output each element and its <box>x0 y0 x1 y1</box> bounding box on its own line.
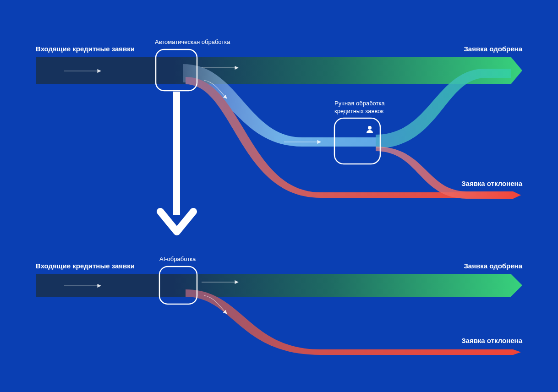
auto-label: Автоматическая обработка <box>155 38 230 45</box>
rejected-label-bottom: Заявка отклонена <box>461 337 523 344</box>
rejected-label-top: Заявка отклонена <box>461 180 523 187</box>
person-icon <box>367 126 373 133</box>
bottom-flow: Входящие кредитные заявки AI-обработка З… <box>36 256 523 355</box>
incoming-label-top: Входящие кредитные заявки <box>36 45 135 53</box>
approved-label-top: Заявка одобрена <box>464 45 522 53</box>
approved-label-bottom: Заявка одобрена <box>464 262 522 270</box>
svg-point-1 <box>368 126 372 130</box>
top-flow: Входящие кредитные заявки Автоматическая… <box>36 38 523 199</box>
incoming-band-top <box>36 57 173 84</box>
approved-band-bottom <box>173 274 522 297</box>
ai-reject-flow <box>186 289 521 355</box>
ai-label: AI-обработка <box>159 256 196 262</box>
manual-reject-flow <box>376 147 521 199</box>
manual-label-l1: Ручная обработка <box>334 100 385 107</box>
incoming-label-bottom: Входящие кредитные заявки <box>36 262 135 270</box>
svg-rect-2 <box>173 92 180 215</box>
down-arrow-icon <box>160 92 193 232</box>
manual-label-l2: кредитных заявок <box>334 108 384 114</box>
flow-diagram: Входящие кредитные заявки Автоматическая… <box>0 0 558 392</box>
incoming-band-bottom <box>36 274 173 297</box>
